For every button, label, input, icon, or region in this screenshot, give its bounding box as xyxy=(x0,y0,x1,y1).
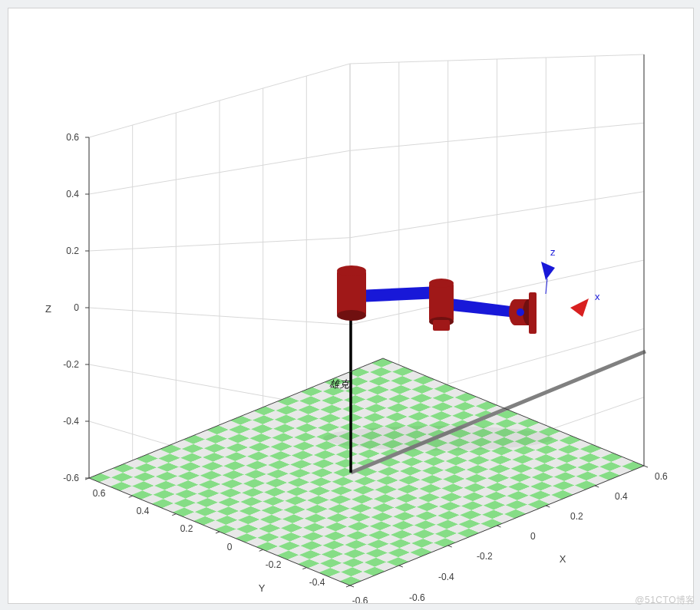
figure-panel: z x 雄克 -0.6 -0.4 -0.2 0 0.2 0.4 0.6 Z 0.… xyxy=(8,8,694,604)
svg-line-690 xyxy=(546,506,550,507)
svg-line-692 xyxy=(644,466,648,467)
x-tick: -0.6 xyxy=(409,592,425,603)
robot-name-label: 雄克 xyxy=(329,378,351,390)
svg-line-684 xyxy=(302,568,306,569)
svg-line-688 xyxy=(448,546,452,547)
x-tick: 0.6 xyxy=(655,471,668,482)
watermark: @51CTO博客 xyxy=(635,594,695,607)
svg-line-683 xyxy=(259,549,263,551)
svg-point-667 xyxy=(517,308,524,316)
z-tick: 0 xyxy=(74,302,79,313)
robot-joint-2 xyxy=(429,279,454,331)
y-tick: 0 xyxy=(227,542,233,552)
y-tick: -0.4 xyxy=(309,577,325,588)
y-tick: 0.4 xyxy=(137,506,150,516)
svg-line-682 xyxy=(216,532,220,533)
y-tick: 0.2 xyxy=(180,523,193,534)
ee-frame-z-label: z xyxy=(550,246,556,258)
z-tick: -0.2 xyxy=(63,359,79,370)
y-tick: -0.6 xyxy=(352,595,368,603)
svg-rect-666 xyxy=(529,292,537,334)
ee-frame-x-label: x xyxy=(595,291,600,302)
robot-joint-1 xyxy=(337,265,366,321)
svg-line-681 xyxy=(172,514,176,516)
svg-line-691 xyxy=(595,486,599,487)
svg-rect-662 xyxy=(433,320,450,331)
x-tick: -0.4 xyxy=(438,572,454,582)
svg-line-686 xyxy=(350,585,354,587)
svg-rect-659 xyxy=(429,283,454,321)
x-tick: 0.2 xyxy=(570,511,583,522)
z-tick: 0.2 xyxy=(66,246,79,256)
y-tick: 0.6 xyxy=(93,488,106,499)
svg-line-687 xyxy=(399,565,403,567)
svg-rect-656 xyxy=(337,271,366,315)
z-tick: 0.6 xyxy=(66,132,79,143)
x-tick: -0.2 xyxy=(477,551,493,562)
axes-3d[interactable]: z x 雄克 -0.6 -0.4 -0.2 0 0.2 0.4 0.6 Z 0.… xyxy=(8,8,693,603)
x-tick: 0.4 xyxy=(615,491,628,502)
z-axis-label: Z xyxy=(45,303,51,315)
svg-line-689 xyxy=(497,526,501,527)
z-axis-ticks xyxy=(85,137,89,478)
svg-point-660 xyxy=(429,279,454,288)
z-tick: -0.6 xyxy=(63,473,79,483)
y-axis-label: Y xyxy=(259,582,266,594)
z-tick: -0.4 xyxy=(63,416,79,427)
svg-line-680 xyxy=(129,496,133,497)
y-tick: -0.2 xyxy=(266,559,282,570)
svg-line-685 xyxy=(346,585,350,587)
arm-shadow xyxy=(323,426,553,450)
x-axis-label: X xyxy=(560,553,566,565)
x-tick: 0 xyxy=(530,531,536,542)
z-tick: 0.4 xyxy=(66,189,79,199)
svg-point-658 xyxy=(337,310,366,321)
svg-point-657 xyxy=(337,265,366,276)
